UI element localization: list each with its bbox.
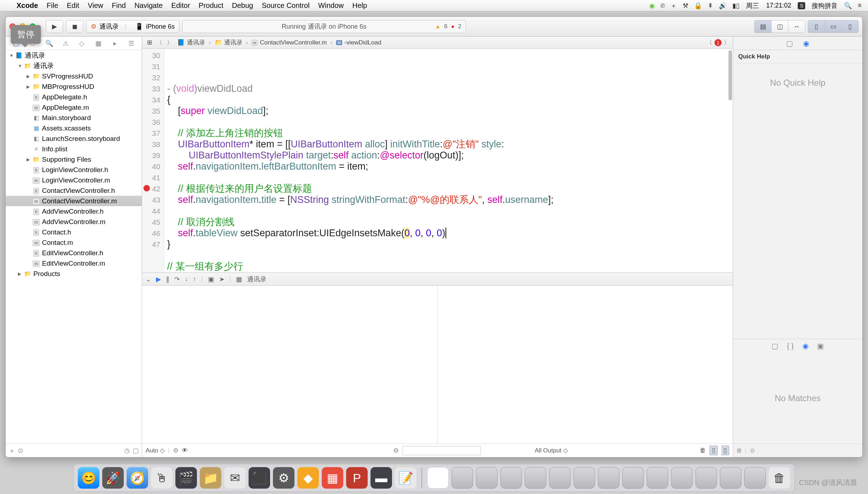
back-button[interactable]: 〈 (154, 38, 165, 47)
tree-item[interactable]: Contact.m (6, 237, 142, 248)
plus-icon[interactable]: ＋ (670, 1, 677, 10)
view-debug-button[interactable]: ▣ (208, 275, 214, 283)
jump-seg-project[interactable]: 📘 通讯录 (175, 38, 207, 47)
menu-source-control[interactable]: Source Control (262, 1, 310, 10)
tree-item[interactable]: Main.storyboard (6, 113, 142, 123)
file-template-tab[interactable]: ▢ (772, 342, 778, 350)
dock-min-12[interactable] (720, 467, 741, 489)
report-nav-tab[interactable]: ☰ (127, 39, 136, 47)
app-name[interactable]: Xcode (16, 1, 38, 10)
dock-app-2[interactable]: 📁 (200, 467, 221, 489)
dock-min-7[interactable] (598, 467, 619, 489)
next-issue-button[interactable]: 〉 (724, 38, 730, 47)
scm-filter-icon[interactable]: ▢ (133, 447, 139, 455)
menubar-day[interactable]: 周三 (746, 1, 759, 10)
ime-icon[interactable]: S (798, 2, 805, 9)
find-nav-tab[interactable]: 🔍 (44, 39, 54, 47)
ime-name[interactable]: 搜狗拼音 (812, 1, 838, 10)
library-view-toggle[interactable]: ⊞ (737, 447, 741, 454)
tree-item[interactable]: ContactViewController.m (6, 196, 142, 206)
issue-nav-tab[interactable]: ⚠ (61, 39, 70, 47)
issue-badge[interactable]: 1 (714, 39, 722, 46)
search-icon[interactable]: 🔍 (844, 2, 852, 10)
dock-min-13[interactable] (744, 467, 766, 489)
toggle-inspector-button[interactable]: ▯ (841, 20, 859, 33)
filter-icon[interactable]: ⊙ (393, 447, 398, 454)
dock-mouse[interactable]: 🖱 (151, 467, 173, 489)
dock-min-9[interactable] (647, 467, 668, 489)
wifi-icon[interactable]: ⇞ (708, 2, 713, 10)
media-library-tab[interactable]: ▣ (817, 342, 824, 350)
prev-issue-button[interactable]: 〈 (706, 38, 712, 47)
variables-filter-input[interactable] (402, 446, 481, 455)
step-out-button[interactable]: ↑ (193, 275, 196, 283)
tree-item[interactable]: AddViewController.m (6, 217, 142, 227)
menu-editor[interactable]: Editor (171, 1, 190, 10)
volume-icon[interactable]: 🔊 (719, 2, 727, 10)
debug-nav-tab[interactable]: ▦ (94, 39, 103, 47)
tree-item[interactable]: LoginViewController.m (6, 175, 142, 185)
battery-icon[interactable]: ▮▯ (732, 2, 740, 10)
file-inspector-tab[interactable]: ▢ (786, 39, 793, 48)
tree-item[interactable]: AddViewController.h (6, 206, 142, 217)
clear-console-button[interactable]: 🗑 (700, 447, 706, 454)
test-nav-tab[interactable]: ◇ (77, 39, 86, 47)
hide-debug-button[interactable]: ⌄ (146, 275, 151, 283)
dock-app-7[interactable]: 📝 (395, 467, 416, 489)
tree-item[interactable]: AppDelegate.m (6, 102, 142, 113)
menu-window[interactable]: Window (318, 1, 344, 10)
code-editor[interactable]: 303132333435363738394041424344454647 - (… (142, 49, 733, 272)
variables-eye-icon[interactable]: 👁 (182, 447, 188, 454)
dock-min-3[interactable] (500, 467, 522, 489)
status-icon[interactable]: ◉ (649, 2, 655, 10)
menubar-time[interactable]: 17:21:02 (766, 2, 791, 9)
standard-editor-button[interactable]: ▤ (754, 20, 772, 33)
bluetooth-icon[interactable]: ⚒ (683, 2, 688, 10)
step-into-button[interactable]: ↓ (185, 275, 188, 283)
dock-min-5[interactable] (549, 467, 571, 489)
location-button[interactable]: ➤ (219, 275, 225, 283)
dock-trash[interactable]: 🗑 (769, 467, 790, 489)
menu-file[interactable]: File (47, 1, 58, 10)
dock-terminal[interactable]: ⬛ (249, 467, 270, 489)
line-gutter[interactable]: 303132333435363738394041424344454647 (142, 49, 164, 272)
console-scope[interactable]: All Output ◇ (535, 447, 568, 454)
tree-item[interactable]: ContactViewController.h (6, 185, 142, 196)
notification-icon[interactable]: ≡ (858, 2, 862, 9)
tree-item[interactable]: LaunchScreen.storyboard (6, 133, 142, 144)
process-name[interactable]: 通讯录 (247, 275, 266, 284)
toggle-console-button[interactable]: ▯ (721, 446, 729, 455)
dock-settings[interactable]: ⚙ (273, 467, 294, 489)
breakpoints-toggle[interactable]: ▶ (156, 275, 161, 283)
related-items-button[interactable]: ⊞ (145, 39, 154, 46)
dock-min-1[interactable] (452, 467, 473, 489)
dock-safari[interactable]: 🧭 (127, 467, 148, 489)
dock-app-8[interactable]: ▶ (427, 467, 449, 489)
quickhelp-tab[interactable]: ◉ (803, 39, 809, 48)
tree-item[interactable]: ▶MBProgressHUD (6, 81, 142, 92)
dock-app-6[interactable]: ▬ (371, 467, 392, 489)
project-tree[interactable]: ▼通讯录▼通讯录▶SVProgressHUD▶MBProgressHUDAppD… (6, 50, 142, 443)
tree-item[interactable]: Contact.h (6, 227, 142, 237)
jump-seg-symbol[interactable]: M -viewDidLoad (334, 39, 383, 46)
menu-find[interactable]: Find (112, 1, 126, 10)
activity-viewer[interactable]: Running 通讯录 on iPhone 6s ▲6 ●2 (182, 20, 466, 33)
dock-min-4[interactable] (525, 467, 546, 489)
menu-navigate[interactable]: Navigate (135, 1, 163, 10)
dock-app-4[interactable]: ▦ (322, 467, 343, 489)
breakpoint-nav-tab[interactable]: ▸ (110, 39, 119, 47)
menu-product[interactable]: Product (199, 1, 223, 10)
toggle-debug-button[interactable]: ▭ (825, 20, 842, 33)
tree-item[interactable]: Info.plist (6, 144, 142, 154)
tree-item[interactable]: ▶Supporting Files (6, 154, 142, 165)
menu-edit[interactable]: Edit (67, 1, 79, 10)
tree-item[interactable]: ▼通讯录 (6, 61, 142, 71)
console-view[interactable] (438, 286, 733, 443)
tree-item[interactable]: LoginViewController.h (6, 165, 142, 175)
menu-view[interactable]: View (88, 1, 103, 10)
dock-min-10[interactable] (671, 467, 693, 489)
tree-item[interactable]: EditViewController.h (6, 248, 142, 258)
jump-seg-group[interactable]: 📁 通讯录 (212, 38, 245, 47)
dock-finder[interactable]: 😊 (78, 467, 99, 489)
dock-launchpad[interactable]: 🚀 (102, 467, 124, 489)
